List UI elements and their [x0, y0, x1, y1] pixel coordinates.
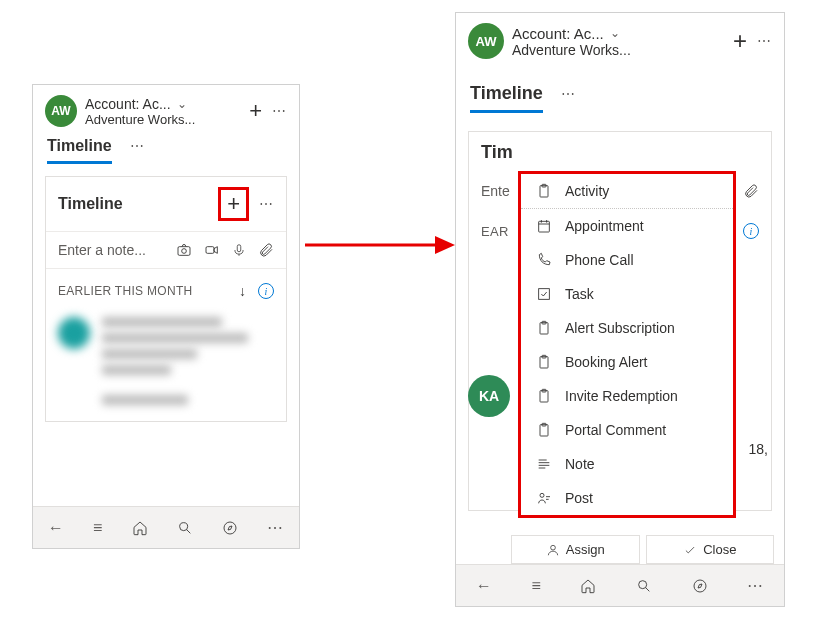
- item-avatar: KA: [468, 375, 510, 417]
- menu-label: Activity: [565, 183, 609, 199]
- svg-point-21: [540, 493, 544, 497]
- timeline-item[interactable]: [46, 307, 286, 391]
- account-subtitle: Adventure Works...: [512, 42, 725, 58]
- menu-item-activity[interactable]: Activity: [521, 174, 733, 209]
- assign-button[interactable]: Assign: [511, 535, 640, 564]
- account-title: Account: Ac...: [512, 25, 604, 42]
- header-add-button[interactable]: +: [249, 100, 262, 122]
- add-activity-menu: Activity Appointment Phone Call Task Ale…: [518, 171, 736, 518]
- back-icon[interactable]: ←: [48, 519, 64, 537]
- back-icon[interactable]: ←: [476, 577, 492, 595]
- bottom-nav: ← ≡ ⋯: [33, 506, 299, 548]
- account-avatar: AW: [468, 23, 504, 59]
- home-icon[interactable]: [132, 520, 148, 536]
- menu-item-invite-redemption[interactable]: Invite Redemption: [521, 379, 733, 413]
- svg-rect-11: [539, 221, 550, 232]
- home-icon[interactable]: [580, 578, 596, 594]
- svg-point-4: [179, 522, 187, 530]
- clipboard-icon: [535, 183, 553, 199]
- page-header: AW Account: Ac... ⌄ Adventure Works... +…: [33, 85, 299, 137]
- card-title-truncated: Tim: [481, 142, 513, 163]
- menu-icon[interactable]: ≡: [531, 577, 540, 595]
- card-more-button[interactable]: ⋯: [259, 196, 274, 212]
- section-label: EARLIER THIS MONTH: [58, 284, 193, 298]
- search-icon[interactable]: [177, 520, 193, 536]
- tabs-more-icon[interactable]: ⋯: [561, 86, 575, 102]
- header-text: Account: Ac... ⌄ Adventure Works...: [85, 96, 241, 127]
- action-buttons: Assign Close: [511, 535, 774, 564]
- info-icon[interactable]: i: [258, 283, 274, 299]
- post-icon: [535, 490, 553, 506]
- search-icon[interactable]: [636, 578, 652, 594]
- attach-icon[interactable]: [258, 242, 274, 258]
- phone-view-closed: AW Account: Ac... ⌄ Adventure Works... +…: [32, 84, 300, 549]
- chevron-down-icon[interactable]: ⌄: [610, 26, 620, 40]
- tab-bar: Timeline ⋯: [33, 137, 299, 164]
- menu-item-booking-alert[interactable]: Booking Alert: [521, 345, 733, 379]
- tab-timeline[interactable]: Timeline: [470, 83, 543, 113]
- menu-label: Task: [565, 286, 594, 302]
- phone-view-menu-open: AW Account: Ac... ⌄ Adventure Works... +…: [455, 12, 785, 607]
- account-title: Account: Ac...: [85, 96, 171, 112]
- header-more-button[interactable]: ⋯: [272, 103, 287, 119]
- attach-icon[interactable]: [743, 183, 759, 199]
- menu-icon[interactable]: ≡: [93, 519, 102, 537]
- menu-label: Phone Call: [565, 252, 634, 268]
- camera-icon[interactable]: [176, 242, 192, 258]
- svg-point-1: [182, 249, 187, 254]
- svg-rect-3: [237, 245, 241, 252]
- menu-item-task[interactable]: Task: [521, 277, 733, 311]
- section-label-truncated: EAR: [481, 224, 509, 239]
- nav-more-icon[interactable]: ⋯: [267, 518, 284, 537]
- calendar-icon: [535, 218, 553, 234]
- page-header: AW Account: Ac... ⌄ Adventure Works... +…: [456, 13, 784, 69]
- clipboard-icon: [535, 388, 553, 404]
- close-label: Close: [703, 542, 736, 557]
- menu-item-appointment[interactable]: Appointment: [521, 209, 733, 243]
- svg-point-24: [694, 580, 706, 592]
- menu-label: Booking Alert: [565, 354, 648, 370]
- menu-item-alert-subscription[interactable]: Alert Subscription: [521, 311, 733, 345]
- task-icon: [535, 286, 553, 302]
- menu-item-post[interactable]: Post: [521, 481, 733, 515]
- svg-point-5: [224, 522, 236, 534]
- note-icon: [535, 456, 553, 472]
- card-title: Timeline: [58, 195, 123, 213]
- sort-icon[interactable]: ↓: [239, 283, 246, 299]
- compass-icon[interactable]: [692, 578, 708, 594]
- chevron-down-icon[interactable]: ⌄: [177, 97, 187, 111]
- svg-marker-7: [435, 236, 455, 254]
- item-avatar: [58, 317, 90, 349]
- svg-point-23: [639, 580, 647, 588]
- info-icon[interactable]: i: [743, 223, 759, 239]
- bottom-nav: ← ≡ ⋯: [456, 564, 784, 606]
- menu-label: Invite Redemption: [565, 388, 678, 404]
- clipboard-icon: [535, 354, 553, 370]
- tabs-more-icon[interactable]: ⋯: [130, 138, 144, 154]
- menu-item-phone-call[interactable]: Phone Call: [521, 243, 733, 277]
- nav-more-icon[interactable]: ⋯: [747, 576, 764, 595]
- svg-point-22: [550, 545, 555, 550]
- header-more-button[interactable]: ⋯: [757, 33, 772, 49]
- assign-label: Assign: [566, 542, 605, 557]
- timeline-add-button[interactable]: +: [218, 187, 249, 221]
- timeline-card: Timeline + ⋯ Enter a note... EARLIER THI…: [45, 176, 287, 422]
- menu-label: Note: [565, 456, 595, 472]
- menu-item-note[interactable]: Note: [521, 447, 733, 481]
- video-icon[interactable]: [204, 242, 220, 258]
- tab-timeline[interactable]: Timeline: [47, 137, 112, 164]
- compass-icon[interactable]: [222, 520, 238, 536]
- svg-rect-12: [539, 289, 550, 300]
- svg-rect-2: [206, 247, 214, 254]
- menu-item-portal-comment[interactable]: Portal Comment: [521, 413, 733, 447]
- header-add-button[interactable]: +: [733, 29, 747, 53]
- account-avatar: AW: [45, 95, 77, 127]
- item-date-fragment: 18,: [749, 441, 768, 457]
- arrow-annotation: [305, 230, 455, 260]
- phone-icon: [535, 252, 553, 268]
- note-entry-row[interactable]: Enter a note...: [46, 231, 286, 269]
- note-input[interactable]: Enter a note...: [58, 242, 164, 258]
- mic-icon[interactable]: [232, 242, 246, 258]
- svg-rect-0: [178, 247, 190, 256]
- close-button[interactable]: Close: [646, 535, 775, 564]
